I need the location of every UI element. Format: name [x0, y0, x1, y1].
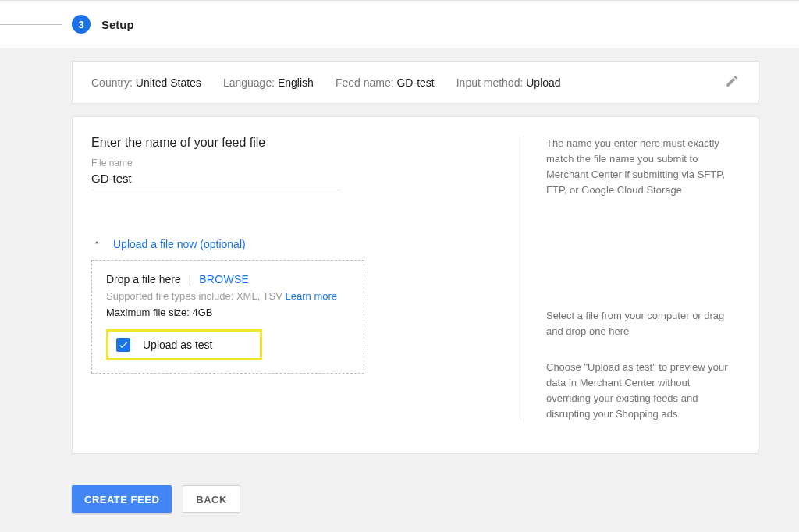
step-number: 3: [78, 19, 83, 30]
summary-input-method-value: Upload: [526, 76, 560, 89]
back-button[interactable]: BACK: [183, 485, 240, 513]
upload-as-test-label: Upload as test: [143, 339, 213, 351]
summary-input-method-label: Input method:: [456, 76, 527, 89]
browse-button[interactable]: BROWSE: [199, 273, 249, 286]
left-column: Enter the name of your feed file File na…: [73, 136, 524, 422]
summary-feed-name: Feed name: GD-test: [336, 76, 435, 89]
learn-more-link[interactable]: Learn more: [286, 290, 337, 302]
summary-feed-name-value: GD-test: [396, 76, 434, 89]
upload-expander[interactable]: Upload a file now (optional): [91, 237, 492, 250]
create-feed-button[interactable]: CREATE FEED: [72, 485, 172, 513]
supported-text: Supported file types include: XML, TSV: [106, 290, 286, 302]
section-title: Enter the name of your feed file: [91, 136, 492, 150]
summary-language-value: English: [278, 76, 314, 89]
file-name-label: File name: [91, 158, 492, 168]
dropzone-row2: Supported file types include: XML, TSV L…: [106, 290, 350, 302]
summary-country-label: Country:: [91, 76, 136, 89]
edit-icon[interactable]: [725, 74, 739, 90]
step-number-badge: 3: [72, 15, 91, 34]
dropzone-row1: Drop a file here | BROWSE: [106, 273, 350, 286]
summary-input-method: Input method: Upload: [456, 76, 561, 89]
help-para-3: Choose "Upload as test" to preview your …: [546, 360, 736, 423]
stepper-bar: 3 Setup: [0, 0, 799, 48]
help-column: The name you enter here must exactly mat…: [524, 136, 758, 422]
upload-as-test-checkbox[interactable]: [116, 338, 130, 352]
summary-language-label: Language:: [223, 76, 278, 89]
chevron-up-icon: [91, 237, 102, 250]
drop-text: Drop a file here: [106, 273, 181, 286]
summary-card: Country: United States Language: English…: [72, 61, 758, 104]
dropzone[interactable]: Drop a file here | BROWSE Supported file…: [91, 260, 364, 374]
buttons-row: CREATE FEED BACK: [72, 485, 758, 513]
help-para-2: Select a file from your computer or drag…: [546, 308, 736, 339]
help-para-1: The name you enter here must exactly mat…: [546, 136, 736, 199]
summary-country: Country: United States: [91, 76, 201, 89]
max-size-text: Maximum file size: 4GB: [106, 307, 350, 318]
main-card: Enter the name of your feed file File na…: [72, 116, 758, 454]
file-name-field[interactable]: GD-test: [91, 172, 341, 190]
summary-language: Language: English: [223, 76, 314, 89]
step-title: Setup: [101, 18, 134, 31]
upload-as-test-highlight: Upload as test: [106, 329, 262, 360]
stepper-line: [0, 24, 62, 25]
separator: |: [189, 273, 192, 286]
summary-country-value: United States: [136, 76, 201, 89]
upload-expander-label: Upload a file now (optional): [113, 238, 246, 250]
summary-feed-name-label: Feed name:: [336, 76, 397, 89]
